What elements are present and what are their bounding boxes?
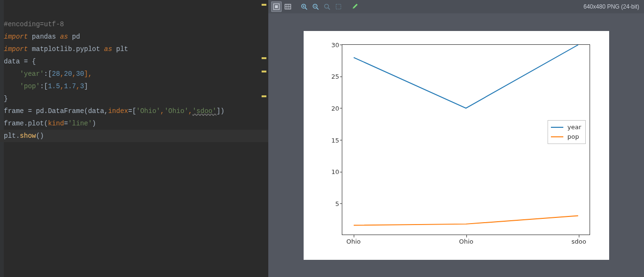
actual-size-button[interactable] bbox=[283, 1, 293, 12]
y-tick-label: 10 bbox=[326, 168, 339, 175]
svg-line-7 bbox=[305, 8, 307, 10]
y-tick-label: 30 bbox=[326, 41, 339, 48]
kw-import: import bbox=[4, 45, 28, 53]
legend-label: pop bbox=[567, 133, 579, 140]
zoom-region-button[interactable] bbox=[333, 1, 344, 12]
zoom-reset-button[interactable] bbox=[322, 1, 332, 12]
svg-line-14 bbox=[328, 8, 330, 10]
image-info: 640x480 PNG (24-bit) bbox=[583, 3, 641, 10]
zoom-in-button[interactable] bbox=[299, 1, 309, 12]
y-tick-label: 20 bbox=[326, 104, 339, 112]
y-tick-label: 25 bbox=[326, 73, 339, 80]
y-tick-label: 5 bbox=[326, 200, 339, 207]
x-tick-label: sdoo bbox=[571, 238, 586, 245]
svg-rect-15 bbox=[336, 4, 341, 9]
x-tick-label: Ohio bbox=[459, 238, 473, 245]
line-series-pop bbox=[353, 215, 578, 225]
viewer-toolbar: 640x480 PNG (24-bit) bbox=[268, 0, 644, 13]
fit-to-window-button[interactable] bbox=[271, 1, 282, 12]
y-tick-label: 15 bbox=[326, 136, 339, 144]
image-viewer: 640x480 PNG (24-bit) 51015202530 OhioOhi… bbox=[268, 0, 644, 277]
color-picker-button[interactable] bbox=[349, 1, 360, 12]
code-editor[interactable]: #encoding=utf-8 import pandas as pd impo… bbox=[0, 0, 268, 277]
legend-entry: year bbox=[551, 123, 581, 132]
viewer-canvas[interactable]: 51015202530 OhioOhiosdoo year pop bbox=[268, 13, 644, 277]
code-area[interactable]: #encoding=utf-8 import pandas as pd impo… bbox=[4, 6, 224, 154]
legend-swatch-icon bbox=[551, 127, 563, 128]
legend-entry: pop bbox=[551, 132, 581, 142]
legend-swatch-icon bbox=[551, 136, 563, 137]
legend-label: year bbox=[567, 123, 581, 131]
zoom-out-button[interactable] bbox=[310, 1, 321, 12]
svg-line-11 bbox=[317, 8, 318, 10]
line-series-year bbox=[353, 45, 578, 108]
chart-figure: 51015202530 OhioOhiosdoo year pop bbox=[304, 31, 609, 260]
chart-legend: year pop bbox=[548, 120, 585, 144]
svg-rect-1 bbox=[275, 5, 278, 8]
x-tick-label: Ohio bbox=[346, 238, 360, 245]
svg-point-13 bbox=[325, 4, 328, 8]
chart-axes: 51015202530 OhioOhiosdoo year pop bbox=[342, 44, 590, 235]
kw-import: import bbox=[4, 33, 28, 41]
code-comment: #encoding=utf-8 bbox=[4, 21, 64, 28]
